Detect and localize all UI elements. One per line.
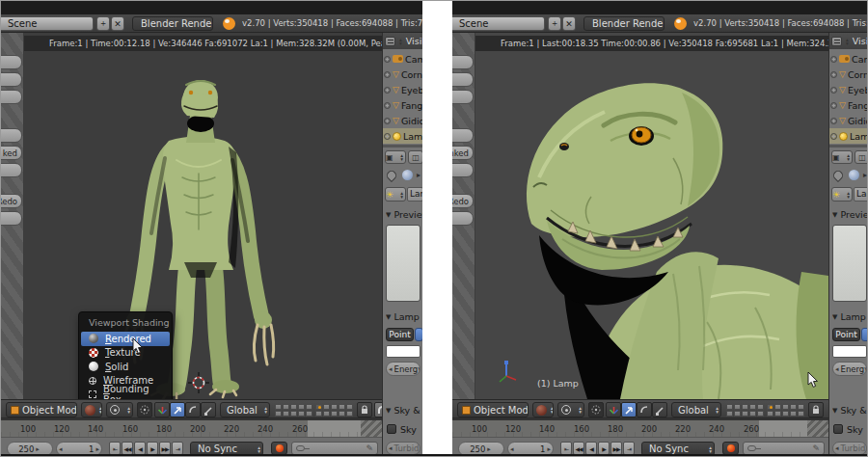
- context-browse-icon[interactable]: [402, 170, 413, 180]
- pin-icon[interactable]: [831, 169, 845, 182]
- energy-slider[interactable]: ◂Energy:: [386, 362, 420, 376]
- expand-icon[interactable]: [384, 87, 391, 94]
- expand-icon[interactable]: [830, 133, 837, 140]
- scene-name-field[interactable]: Scene: [452, 16, 545, 31]
- tool-shelf-button[interactable]: [452, 128, 474, 143]
- preview-section-header[interactable]: ▼Preview: [386, 209, 422, 220]
- play-reverse-button[interactable]: ◀: [134, 442, 146, 455]
- tool-shelf-button-redo[interactable]: Redo: [1, 194, 22, 208]
- sky-section-header[interactable]: ▼Sky & Atmosphere: [386, 405, 422, 416]
- translate-axis-button[interactable]: [154, 402, 170, 417]
- lamp-data-icon[interactable]: ☀: [385, 187, 406, 202]
- lamp-type-point-button[interactable]: Point: [832, 328, 860, 341]
- mode-dropdown[interactable]: Object Mode: [457, 402, 529, 417]
- sky-section-header[interactable]: ▼Sky & Atmosphere: [832, 405, 868, 416]
- lamp-type-point-button[interactable]: Point: [386, 328, 414, 341]
- expand-icon[interactable]: [384, 133, 391, 140]
- outliner-item-camera[interactable]: Camera: [383, 51, 422, 67]
- delete-scene-button[interactable]: ✕: [562, 16, 576, 31]
- jump-to-end-button[interactable]: ⇥: [172, 442, 183, 455]
- lamp-color-swatch[interactable]: [386, 345, 420, 358]
- editor-divider[interactable]: [383, 145, 422, 148]
- keying-set-field[interactable]: ✎: [291, 442, 378, 455]
- rotate-manipulator-button[interactable]: [637, 402, 652, 417]
- tool-shelf-button[interactable]: [452, 163, 474, 177]
- render-engine-dropdown[interactable]: Blender Render: [583, 16, 665, 31]
- manipulator-toggle-button[interactable]: [588, 402, 604, 417]
- lamp-type-next-button[interactable]: [861, 328, 868, 341]
- lamp-data-icon[interactable]: ☀: [831, 187, 853, 202]
- tool-shelf-button[interactable]: [452, 72, 474, 87]
- tool-shelf-button[interactable]: [1, 163, 22, 177]
- outliner-item-eyebrows[interactable]: Eyebrows: [383, 82, 422, 97]
- properties-editor-icon[interactable]: ▣: [831, 150, 853, 164]
- pivot-point-dropdown[interactable]: [557, 402, 584, 417]
- jump-keyframe-forward-button[interactable]: ▶▶: [159, 442, 171, 455]
- orientation-dropdown[interactable]: Global: [220, 402, 270, 417]
- jump-keyframe-forward-button[interactable]: ▶▶: [610, 442, 622, 455]
- keying-set-field[interactable]: ✎: [743, 442, 825, 455]
- outliner-item-lamp[interactable]: Lamp: [383, 128, 422, 144]
- tool-shelf-button[interactable]: [452, 55, 474, 69]
- jump-to-start-button[interactable]: ⇤: [109, 442, 121, 455]
- sky-checkbox[interactable]: [833, 424, 843, 434]
- lamp-id-name-field[interactable]: Lamp: [407, 187, 422, 202]
- editor-divider[interactable]: [829, 145, 868, 148]
- timeline-ruler[interactable]: 100 120 140 160 180 200 220 240 260: [1, 418, 382, 437]
- manipulator-toggle-button[interactable]: [137, 402, 152, 417]
- tool-shelf-button[interactable]: [1, 128, 22, 143]
- pin-icon[interactable]: [385, 169, 398, 182]
- add-scene-button[interactable]: ＋: [548, 16, 561, 31]
- tool-shelf-button[interactable]: [452, 90, 474, 104]
- lock-to-object-button[interactable]: [808, 402, 824, 417]
- outliner-display-mode[interactable]: Visible Layers: [853, 36, 868, 46]
- delete-scene-button[interactable]: ✕: [111, 16, 124, 31]
- sky-checkbox-row[interactable]: Sky: [833, 422, 868, 436]
- viewport-shading-dropdown[interactable]: [81, 402, 102, 417]
- menu-item-solid[interactable]: Solid: [81, 360, 170, 374]
- render-engine-dropdown[interactable]: Blender Render: [132, 16, 213, 31]
- expand-icon[interactable]: [384, 56, 391, 63]
- expand-icon[interactable]: [830, 56, 837, 63]
- menu-item-rendered[interactable]: Rendered: [81, 332, 170, 346]
- outliner-item-cornea[interactable]: Cornea: [829, 67, 868, 82]
- layers-widget-group2[interactable]: [315, 404, 353, 417]
- scale-manipulator-button[interactable]: [652, 402, 667, 417]
- turbidity-slider[interactable]: ◂Turbidity: [386, 442, 420, 455]
- viewport-shading-dropdown[interactable]: [532, 402, 554, 417]
- expand-icon[interactable]: [384, 102, 391, 109]
- menu-item-texture[interactable]: Texture: [81, 346, 170, 361]
- expand-icon[interactable]: [830, 71, 837, 78]
- sky-checkbox[interactable]: [387, 424, 396, 434]
- sky-checkbox-row[interactable]: Sky: [387, 422, 422, 436]
- outliner-item-cornea[interactable]: Cornea: [383, 67, 422, 82]
- lamp-id-name-field[interactable]: Lamp: [854, 187, 868, 202]
- tool-shelf-button[interactable]: [1, 90, 22, 104]
- outliner-item-fangs[interactable]: Fangs: [383, 97, 422, 113]
- layers-widget-group1[interactable]: [275, 404, 312, 417]
- tool-shelf-button[interactable]: [1, 72, 22, 87]
- outliner-item-eyebrows[interactable]: Eyebrows: [829, 82, 868, 97]
- scene-name-field[interactable]: Scene: [1, 16, 94, 31]
- play-button[interactable]: ▶: [147, 442, 158, 455]
- layers-widget-group2[interactable]: [767, 404, 804, 417]
- snap-magnet-button[interactable]: [374, 402, 382, 417]
- auto-keyframe-record-button[interactable]: [722, 442, 739, 455]
- expand-icon[interactable]: [830, 102, 837, 109]
- energy-slider[interactable]: ◂Energy:: [832, 362, 867, 376]
- outliner-item-gidiosaurus[interactable]: Gidiosaurus: [383, 113, 422, 128]
- translate-manipulator-button[interactable]: [170, 402, 185, 417]
- jump-to-start-button[interactable]: ⇤: [560, 442, 572, 455]
- menu-item-bounding-box[interactable]: Bounding Box: [81, 388, 170, 399]
- mode-dropdown[interactable]: Object Mode: [6, 402, 77, 417]
- auto-keyframe-record-button[interactable]: [271, 442, 287, 455]
- expand-icon[interactable]: [384, 71, 391, 78]
- jump-to-end-button[interactable]: ⇥: [623, 442, 635, 455]
- expand-icon[interactable]: [830, 87, 837, 94]
- expand-icon[interactable]: [384, 118, 391, 124]
- scale-manipulator-button[interactable]: [201, 402, 216, 417]
- turbidity-slider[interactable]: ◂Turbidity: [832, 442, 867, 455]
- tool-shelf-button-duplicate-linked[interactable]: ked: [1, 146, 22, 160]
- properties-context-tabs[interactable]: ◫: [408, 150, 422, 164]
- translate-axis-button[interactable]: [606, 402, 621, 417]
